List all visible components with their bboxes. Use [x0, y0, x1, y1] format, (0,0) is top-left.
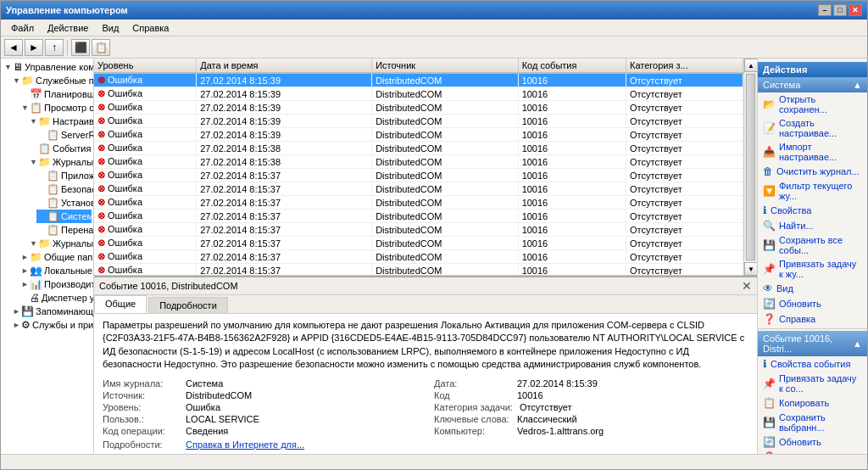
tree-toggle[interactable]: [38, 224, 47, 236]
action-view[interactable]: 👁 Вид: [758, 281, 867, 296]
table-row[interactable]: ⊗Ошибка27.02.2014 8:15:37DistributedCOM1…: [94, 223, 743, 237]
tree-toggle[interactable]: [30, 143, 38, 154]
action-clear-log[interactable]: 🗑 Очистить журнал...: [758, 164, 867, 179]
action-copy[interactable]: 📋 Копировать: [758, 395, 867, 411]
tree-item-devmgr[interactable]: 🖨 Диспетчер устро...: [19, 291, 92, 305]
action-help[interactable]: ❓ Справка: [758, 311, 867, 327]
col-datetime[interactable]: Дата и время: [197, 59, 372, 73]
tree-item-eventviewer[interactable]: ▼ 📋 Просмотр событий: [19, 101, 92, 115]
menu-view[interactable]: Вид: [95, 21, 125, 35]
actions-section-main: Действия Система ▲ 📂 Открыть сохранен...…: [758, 59, 867, 454]
table-row[interactable]: ⊗Ошибка27.02.2014 8:15:37DistributedCOM1…: [94, 237, 743, 250]
tree-item-setup[interactable]: 📋 Установка: [36, 196, 92, 210]
properties-button[interactable]: 📋: [92, 39, 110, 56]
maximize-button[interactable]: □: [833, 4, 847, 16]
tree-item-scheduler[interactable]: 📅 Планировщик заданий: [19, 87, 92, 101]
tree-toggle[interactable]: ►: [21, 278, 30, 290]
tab-general[interactable]: Общие: [94, 295, 147, 313]
details-link[interactable]: Справка в Интернете для...: [186, 439, 304, 450]
tree-toggle[interactable]: [38, 170, 47, 182]
tree-item-localusers[interactable]: ► 👥 Локальные польз...: [19, 264, 92, 277]
action-attach-task-event[interactable]: 📌 Привязать задачу к со...: [758, 372, 867, 395]
back-button[interactable]: ◄: [4, 39, 23, 56]
col-code[interactable]: Код события: [518, 59, 626, 73]
action-refresh[interactable]: 🔄 Обновить: [758, 296, 867, 311]
tree-item-custom[interactable]: ▼ 📁 Настраиваемые пр...: [28, 115, 92, 128]
tree-toggle[interactable]: ▼: [30, 115, 38, 127]
table-row[interactable]: ⊗Ошибка27.02.2014 8:15:39DistributedCOM1…: [94, 101, 743, 115]
table-row[interactable]: ⊗Ошибка27.02.2014 8:15:37DistributedCOM1…: [94, 196, 743, 210]
action-open-saved[interactable]: 📂 Открыть сохранен...: [758, 92, 867, 116]
tree-toggle[interactable]: ▼: [13, 75, 21, 87]
tree-item-sharedfolders[interactable]: ► 📁 Общие папки: [19, 250, 92, 264]
tree-item-system[interactable]: 📋 Система: [36, 210, 92, 223]
tree-item-applogs[interactable]: ▼ 📁 Журналы приложе...: [28, 237, 92, 250]
table-row[interactable]: ⊗Ошибка27.02.2014 8:15:39DistributedCOM1…: [94, 115, 743, 128]
table-row[interactable]: ⊗Ошибка27.02.2014 8:15:39DistributedCOM1…: [94, 73, 743, 87]
show-hide-button[interactable]: ⬛: [71, 39, 90, 56]
tree-toggle[interactable]: ▼: [30, 156, 38, 168]
action-properties[interactable]: ℹ Свойства: [758, 203, 867, 218]
col-level[interactable]: Уровень: [94, 59, 197, 73]
action-filter[interactable]: 🔽 Фильтр текущего жу...: [758, 179, 867, 203]
action-attach-task[interactable]: 📌 Привязать задачу к жу...: [758, 257, 867, 281]
action-create-view[interactable]: 📝 Создать настраивае...: [758, 116, 867, 140]
tree-toggle[interactable]: ►: [13, 319, 21, 331]
col-category[interactable]: Категория з...: [626, 59, 743, 73]
tree-toggle[interactable]: [38, 129, 47, 141]
scroll-up-arrow[interactable]: ▲: [744, 59, 757, 72]
table-row[interactable]: ⊗Ошибка27.02.2014 8:15:39DistributedCOM1…: [94, 128, 743, 142]
tree-item-performance[interactable]: ► 📊 Производительность: [19, 277, 92, 291]
close-button[interactable]: ✕: [849, 4, 862, 16]
action-event-properties[interactable]: ℹ Свойства события: [758, 356, 867, 372]
menu-action[interactable]: Действие: [41, 21, 95, 35]
menu-file[interactable]: Файл: [4, 21, 41, 35]
action-save-all[interactable]: 💾 Сохранить все собы...: [758, 233, 867, 257]
detail-close-button[interactable]: ✕: [742, 279, 752, 293]
table-row[interactable]: ⊗Ошибка27.02.2014 8:15:37DistributedCOM1…: [94, 182, 743, 196]
action-refresh2[interactable]: 🔄 Обновить: [758, 434, 867, 450]
tree-toggle[interactable]: ►: [13, 305, 21, 317]
tree-item-services[interactable]: ► ⚙ Службы и приложения: [11, 318, 92, 332]
tree-toggle[interactable]: ▼: [21, 102, 30, 114]
tree-toggle[interactable]: ►: [21, 251, 30, 263]
table-row[interactable]: ⊗Ошибка27.02.2014 8:15:38DistributedCOM1…: [94, 155, 743, 169]
tree-toggle[interactable]: ▼: [30, 238, 38, 249]
vertical-scrollbar[interactable]: ▲ ▼: [743, 59, 757, 276]
tree-item-application[interactable]: 📋 Приложение: [36, 169, 92, 182]
forward-button[interactable]: ►: [25, 39, 43, 56]
tree-item-serverroles[interactable]: 📋 ServerRoles: [36, 128, 92, 142]
minimize-button[interactable]: –: [818, 4, 832, 16]
table-row[interactable]: ⊗Ошибка27.02.2014 8:15:37DistributedCOM1…: [94, 264, 743, 277]
action-save-selected[interactable]: 💾 Сохранить выбранн...: [758, 411, 867, 434]
tree-toggle[interactable]: [38, 197, 47, 209]
tree-toggle[interactable]: ►: [21, 265, 30, 277]
menu-help[interactable]: Справка: [125, 21, 175, 35]
table-row[interactable]: ⊗Ошибка27.02.2014 8:15:37DistributedCOM1…: [94, 169, 743, 182]
col-source[interactable]: Источник: [372, 59, 518, 73]
tree-item-management[interactable]: 📋 События упра...: [28, 142, 92, 155]
tree-item-forwarded[interactable]: 📋 Перенаправлен...: [36, 223, 92, 237]
tree-item-security[interactable]: 📋 Безопасность: [36, 182, 92, 196]
attach-icon: 📌: [763, 263, 776, 275]
tree-item-root[interactable]: ▼ 🖥 Управление компьюте...: [3, 60, 92, 74]
action-find[interactable]: 🔍 Найти...: [758, 218, 867, 233]
table-row[interactable]: ⊗Ошибка27.02.2014 8:15:39DistributedCOM1…: [94, 87, 743, 101]
action-import-view[interactable]: 📥 Импорт настраивае...: [758, 140, 867, 164]
tree-toggle[interactable]: [21, 292, 30, 304]
tree-item-storage[interactable]: ► 💾 Запоминающие устр...: [11, 305, 92, 318]
tree-toggle[interactable]: ▼: [4, 61, 13, 73]
cell-source: DistributedCOM: [372, 115, 518, 128]
table-row[interactable]: ⊗Ошибка27.02.2014 8:15:37DistributedCOM1…: [94, 250, 743, 264]
tab-details[interactable]: Подробности: [148, 297, 228, 313]
tree-toggle[interactable]: [38, 183, 47, 195]
tree-toggle[interactable]: [21, 88, 30, 100]
tree-toggle[interactable]: [38, 210, 47, 222]
tree-item-utilities[interactable]: ▼ 📁 Служебные програм...: [11, 74, 92, 87]
table-row[interactable]: ⊗Ошибка27.02.2014 8:15:38DistributedCOM1…: [94, 142, 743, 155]
table-row[interactable]: ⊗Ошибка27.02.2014 8:15:37DistributedCOM1…: [94, 210, 743, 223]
up-button[interactable]: ↑: [45, 39, 64, 56]
scroll-down-arrow[interactable]: ▼: [744, 262, 757, 276]
tree-item-winlogs[interactable]: ▼ 📁 Журналы Windows: [28, 155, 92, 169]
scroll-thumb[interactable]: [746, 74, 755, 260]
